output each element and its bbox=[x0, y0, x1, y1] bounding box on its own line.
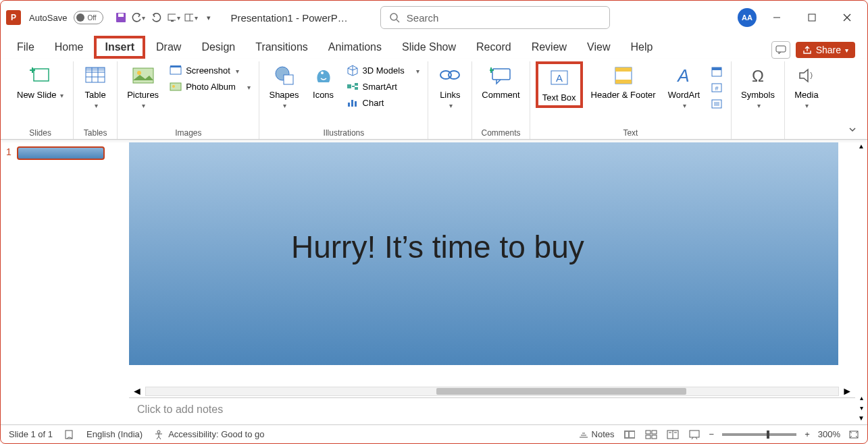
language-indicator[interactable]: English (India) bbox=[86, 429, 143, 439]
scroll-left-icon[interactable]: ◄ bbox=[132, 385, 143, 397]
spellcheck-icon[interactable] bbox=[63, 429, 76, 440]
chart-button[interactable]: Chart bbox=[344, 95, 423, 110]
pictures-button[interactable]: Pictures bbox=[123, 61, 163, 113]
next-slide-icon[interactable]: ▾ bbox=[860, 404, 863, 412]
display-settings-button[interactable] bbox=[184, 11, 198, 24]
slide-counter[interactable]: Slide 1 of 1 bbox=[9, 429, 53, 439]
notes-toggle[interactable]: Notes bbox=[578, 429, 615, 439]
photo-album-button[interactable]: Photo Album bbox=[167, 79, 253, 94]
prev-slide-icon[interactable]: ▴ bbox=[860, 394, 863, 401]
close-button[interactable] bbox=[832, 7, 862, 28]
links-button[interactable]: Links bbox=[434, 61, 466, 113]
maximize-button[interactable] bbox=[797, 7, 827, 28]
slide-canvas-area[interactable]: Hurry! It’s time to buy bbox=[129, 140, 855, 385]
svg-rect-71 bbox=[690, 431, 699, 437]
svg-rect-1 bbox=[118, 13, 124, 17]
table-button[interactable]: Table bbox=[79, 61, 111, 113]
redo-button[interactable] bbox=[149, 11, 163, 24]
save-icon[interactable] bbox=[114, 11, 128, 24]
scroll-up-icon[interactable]: ▲ bbox=[858, 142, 865, 150]
slideshow-view-button[interactable] bbox=[688, 429, 701, 440]
tab-review[interactable]: Review bbox=[522, 37, 576, 59]
share-button[interactable]: Share ▾ bbox=[796, 42, 855, 58]
svg-rect-53 bbox=[714, 102, 719, 106]
slide-thumbnail-1[interactable]: 1 bbox=[6, 146, 124, 160]
svg-rect-26 bbox=[170, 83, 181, 90]
screenshot-button[interactable]: Screenshot bbox=[167, 63, 253, 78]
slide-canvas[interactable]: Hurry! It’s time to buy bbox=[129, 142, 838, 365]
tab-home[interactable]: Home bbox=[45, 37, 93, 59]
zoom-in-button[interactable]: + bbox=[805, 429, 810, 439]
header-footer-button[interactable]: Header & Footer bbox=[587, 61, 660, 103]
smartart-button[interactable]: SmartArt bbox=[344, 79, 423, 94]
wordart-button[interactable]: A WordArt bbox=[664, 61, 704, 113]
media-label: Media bbox=[794, 90, 818, 100]
zoom-out-button[interactable]: − bbox=[709, 429, 715, 439]
shapes-icon bbox=[273, 64, 296, 87]
zoom-level[interactable]: 300% bbox=[818, 429, 840, 439]
accessibility-icon bbox=[153, 429, 164, 440]
tab-design[interactable]: Design bbox=[192, 37, 245, 59]
svg-rect-39 bbox=[492, 69, 510, 80]
shapes-label: Shapes bbox=[269, 90, 299, 100]
svg-rect-13 bbox=[34, 69, 49, 81]
icons-button[interactable]: Icons bbox=[307, 61, 340, 103]
tab-animations[interactable]: Animations bbox=[319, 37, 391, 59]
chevron-down-icon: ▾ bbox=[845, 47, 848, 54]
media-button[interactable]: Media bbox=[790, 61, 823, 113]
new-slide-button[interactable]: New Slide bbox=[13, 61, 68, 103]
new-slide-icon bbox=[29, 64, 52, 87]
reading-view-button[interactable] bbox=[666, 429, 680, 440]
slide-sorter-view-button[interactable] bbox=[644, 429, 658, 440]
tab-slideshow[interactable]: Slide Show bbox=[392, 37, 465, 59]
autosave-toggle[interactable]: Off bbox=[74, 11, 103, 24]
tab-record[interactable]: Record bbox=[467, 37, 521, 59]
scroll-right-icon[interactable]: ► bbox=[842, 385, 852, 397]
svg-rect-22 bbox=[133, 68, 153, 83]
tab-transitions[interactable]: Transitions bbox=[246, 37, 317, 59]
from-beginning-button[interactable] bbox=[167, 11, 180, 24]
3d-models-button[interactable]: 3D Models bbox=[344, 63, 423, 78]
tab-view[interactable]: View bbox=[578, 37, 619, 59]
minimize-button[interactable] bbox=[762, 7, 792, 28]
search-input[interactable]: Search bbox=[380, 6, 610, 29]
scroll-down-icon[interactable]: ▼ bbox=[858, 414, 865, 422]
object-button[interactable] bbox=[708, 96, 725, 111]
zoom-thumb[interactable] bbox=[767, 431, 769, 439]
svg-rect-66 bbox=[652, 435, 657, 439]
notes-toggle-label: Notes bbox=[592, 429, 615, 439]
screenshot-label: Screenshot bbox=[186, 65, 230, 76]
tab-file[interactable]: File bbox=[7, 37, 44, 59]
fit-to-window-button[interactable] bbox=[848, 430, 859, 439]
qat-more-button[interactable]: ▾ bbox=[202, 11, 215, 24]
user-avatar[interactable]: AA bbox=[738, 8, 757, 27]
svg-rect-2 bbox=[168, 14, 176, 20]
slide-number-button[interactable]: # bbox=[708, 80, 725, 95]
hscroll-thumb[interactable] bbox=[436, 388, 686, 395]
text-box-button[interactable]: A Text Box bbox=[536, 61, 583, 108]
svg-rect-24 bbox=[170, 67, 181, 74]
notes-pane[interactable]: Click to add notes bbox=[129, 397, 855, 424]
horizontal-scrollbar[interactable]: ◄ ► bbox=[129, 385, 855, 397]
collapse-ribbon-button[interactable] bbox=[847, 124, 858, 135]
accessibility-status[interactable]: Accessibility: Good to go bbox=[153, 429, 264, 440]
3d-models-label: 3D Models bbox=[363, 65, 405, 76]
zoom-slider[interactable] bbox=[722, 433, 796, 436]
vertical-scrollbar[interactable]: ▲ ▴ ▾ ▼ bbox=[855, 140, 867, 424]
normal-view-button[interactable] bbox=[623, 429, 636, 440]
tab-draw[interactable]: Draw bbox=[147, 37, 190, 59]
slide-body-text[interactable]: Hurry! It’s time to buy bbox=[291, 229, 584, 265]
shapes-button[interactable]: Shapes bbox=[265, 61, 303, 113]
date-time-button[interactable] bbox=[708, 64, 725, 79]
tab-insert[interactable]: Insert bbox=[94, 36, 145, 59]
group-label-comments: Comments bbox=[482, 126, 521, 139]
comment-button[interactable]: Comment bbox=[478, 61, 524, 103]
svg-rect-46 bbox=[615, 80, 632, 84]
comments-pane-button[interactable] bbox=[771, 41, 790, 59]
tab-help[interactable]: Help bbox=[621, 37, 663, 59]
slide-number-icon: # bbox=[711, 82, 723, 94]
undo-button[interactable] bbox=[132, 11, 145, 24]
symbols-button[interactable]: Ω Symbols bbox=[737, 61, 779, 113]
autosave-label: AutoSave bbox=[29, 13, 67, 23]
svg-rect-33 bbox=[355, 87, 358, 90]
